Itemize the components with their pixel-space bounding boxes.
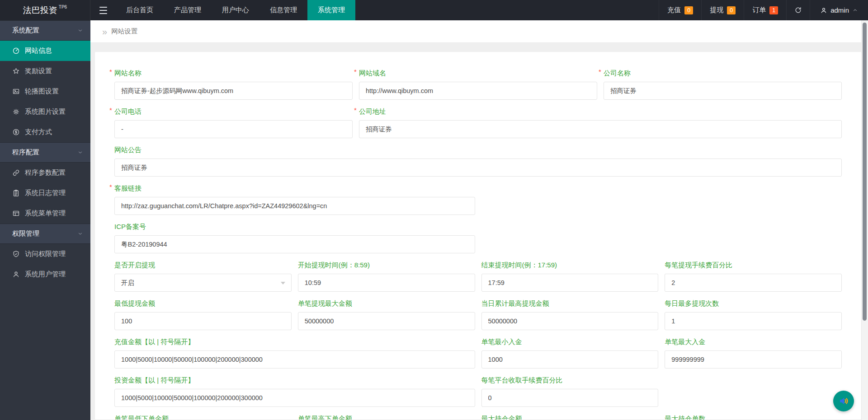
field-withdraw-fee-percent-input[interactable] (665, 274, 842, 292)
field-withdraw-max-single: 单笔提现最大金额 (298, 299, 475, 330)
field-withdraw-min-input[interactable] (114, 312, 292, 330)
sound-fab-button[interactable] (833, 391, 854, 411)
field-position-max-amount: 最大持仓金额 (481, 414, 659, 420)
field-withdraw-enabled: 是否开启提现开启 (114, 261, 292, 292)
sidebar-item-payment-methods[interactable]: 支付方式 (0, 122, 90, 142)
sidebar-item-access-permissions[interactable]: 访问权限管理 (0, 244, 90, 264)
form-row: *网站名称*网站域名*公司名称 (114, 69, 842, 100)
form-row: *客服链接 (114, 184, 842, 215)
sidebar-section-permission-mgmt[interactable]: 权限管理 (0, 224, 90, 244)
field-site-domain-input[interactable] (359, 82, 597, 100)
stat-recharge[interactable]: 充值0 (659, 0, 701, 20)
sidebar-item-program-params[interactable]: 程序参数配置 (0, 163, 90, 183)
field-platform-fee-percent-input[interactable] (481, 389, 659, 407)
stats-group: 充值0提现0订单1 (659, 0, 786, 20)
field-company-name-input[interactable] (604, 82, 842, 100)
sidebar-item-reward-settings[interactable]: 奖励设置 (0, 61, 90, 81)
sidebar-item-site-info[interactable]: 网站信息 (0, 41, 90, 61)
main-nav: 后台首页产品管理用户中心信息管理系统管理 (116, 0, 355, 20)
form-row: *公司电话*公司地址 (114, 107, 842, 138)
stat-recharge-label: 充值 (667, 6, 681, 14)
field-position-max-amount-label: 最大持仓金额 (481, 414, 659, 420)
chevron-down-icon (77, 28, 83, 33)
field-withdraw-max-single-input[interactable] (298, 312, 475, 330)
nav-item-user-center[interactable]: 用户中心 (212, 0, 259, 20)
breadcrumb: » 网站设置 (90, 20, 868, 43)
field-deposit-max-input[interactable] (665, 350, 842, 369)
field-company-address: *公司地址 (359, 107, 842, 138)
field-withdraw-min-label: 最低提现金额 (114, 299, 292, 308)
field-order-max-label: 单笔最高下单金额 (298, 414, 475, 420)
sidebar-item-payment-methods-label: 支付方式 (25, 128, 52, 136)
required-asterisk: * (109, 67, 112, 76)
field-withdraw-end-time: 结束提现时间(例：17:59) (481, 261, 659, 292)
field-service-link: *客服链接 (114, 184, 475, 215)
sidebar-item-reward-settings-label: 奖励设置 (25, 67, 52, 75)
stat-orders-badge: 1 (769, 6, 778, 14)
form-row: 单笔最低下单金额单笔最高下单金额最大持仓金额最大持仓单数 (114, 414, 842, 420)
sidebar-item-carousel-settings-label: 轮播图设置 (25, 87, 59, 96)
field-site-domain: *网站域名 (359, 69, 597, 100)
field-position-max-count: 最大持仓单数 (665, 414, 842, 420)
field-site-notice-input[interactable] (114, 159, 842, 177)
field-withdraw-max-daily-input[interactable] (481, 312, 659, 330)
field-order-max: 单笔最高下单金额 (298, 414, 475, 420)
field-withdraw-times-daily-input[interactable] (665, 312, 842, 330)
sidebar-item-system-menus[interactable]: 系统菜单管理 (0, 203, 90, 224)
image-icon (12, 88, 20, 95)
nav-item-products[interactable]: 产品管理 (164, 0, 212, 20)
field-company-phone-input[interactable] (114, 120, 353, 138)
required-asterisk: * (109, 182, 112, 191)
gear-icon (12, 108, 20, 116)
caret-down-icon (281, 282, 285, 285)
stat-withdraw[interactable]: 提现0 (701, 0, 744, 20)
sidebar-item-system-logs[interactable]: 系统日志管理 (0, 183, 90, 203)
sidebar-toggle-button[interactable] (90, 0, 116, 20)
field-withdraw-enabled-select[interactable]: 开启 (114, 274, 292, 292)
field-service-link-input[interactable] (114, 197, 475, 215)
field-platform-fee-percent: 每笔平台收取手续费百分比 (481, 376, 659, 407)
field-company-address-label: *公司地址 (359, 107, 842, 116)
sidebar-item-system-users[interactable]: 系统用户管理 (0, 264, 90, 285)
field-invest-amounts: 投资金额【以 | 符号隔开】 (114, 376, 475, 407)
main-area: » 网站设置 *网站名称*网站域名*公司名称*公司电话*公司地址网站公告*客服链… (90, 0, 868, 420)
log-icon (12, 189, 20, 197)
nav-item-system[interactable]: 系统管理 (307, 0, 355, 20)
field-icp-number: ICP备案号 (114, 222, 475, 253)
nav-item-information[interactable]: 信息管理 (259, 0, 307, 20)
field-withdraw-times-daily-label: 每日最多提现次数 (665, 299, 842, 308)
field-withdraw-end-time-input[interactable] (481, 274, 659, 292)
field-withdraw-fee-percent-label: 每笔提现手续费百分比 (665, 261, 842, 270)
nav-item-dashboard[interactable]: 后台首页 (116, 0, 164, 20)
username: admin (830, 6, 849, 14)
field-site-name: *网站名称 (114, 69, 353, 100)
sidebar-item-carousel-settings[interactable]: 轮播图设置 (0, 81, 90, 102)
field-company-address-input[interactable] (359, 120, 842, 138)
field-recharge-amounts-input[interactable] (114, 350, 475, 369)
field-deposit-max-label: 单笔最大入金 (665, 337, 842, 346)
stat-orders[interactable]: 订单1 (744, 0, 786, 20)
app-logo: 法巴投资 TP6 (0, 0, 90, 20)
field-icp-number-input[interactable] (114, 235, 475, 253)
field-company-name: *公司名称 (604, 69, 842, 100)
scrollbar-thumb[interactable] (863, 23, 867, 321)
link-icon (12, 169, 20, 177)
sidebar-section-program-config[interactable]: 程序配置 (0, 142, 90, 163)
sidebar-item-system-images[interactable]: 系统图片设置 (0, 102, 90, 122)
required-asterisk: * (354, 106, 357, 115)
stat-withdraw-label: 提现 (710, 6, 723, 14)
field-position-max-count-label: 最大持仓单数 (665, 414, 842, 420)
top-bar: 法巴投资 TP6 后台首页产品管理用户中心信息管理系统管理 充值0提现0订单1 … (0, 0, 868, 20)
field-deposit-max: 单笔最大入金 (665, 337, 842, 369)
field-withdraw-fee-percent: 每笔提现手续费百分比 (665, 261, 842, 292)
field-recharge-amounts: 充值金额【以 | 符号隔开】 (114, 337, 475, 369)
required-asterisk: * (109, 106, 112, 115)
field-deposit-min-input[interactable] (481, 350, 659, 369)
field-invest-amounts-input[interactable] (114, 389, 475, 407)
field-site-name-input[interactable] (114, 82, 353, 100)
user-menu[interactable]: admin (810, 0, 868, 20)
sidebar-section-system-config[interactable]: 系统配置 (0, 20, 90, 41)
field-withdraw-start-time-input[interactable] (298, 274, 475, 292)
field-withdraw-max-daily-label: 当日累计最高提现金额 (481, 299, 659, 308)
refresh-button[interactable] (786, 0, 810, 20)
